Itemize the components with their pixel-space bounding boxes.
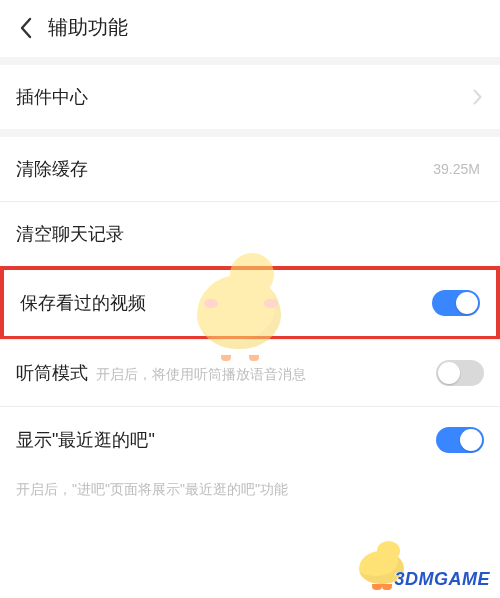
row-show-recent-bar[interactable]: 显示"最近逛的吧" [0,407,500,473]
row-label: 插件中心 [16,85,88,109]
row-label: 听筒模式 [16,361,88,385]
row-label: 清空聊天记录 [16,222,124,246]
row-label: 显示"最近逛的吧" [16,428,155,452]
mascot-icon [350,538,414,592]
highlight-box: 保存看过的视频 [0,266,500,340]
page-title: 辅助功能 [48,14,128,41]
row-plugin-center[interactable]: 插件中心 [0,65,500,129]
row-label: 保存看过的视频 [20,291,146,315]
header: 辅助功能 [0,0,500,57]
row-clear-chat[interactable]: 清空聊天记录 [0,202,500,266]
back-icon[interactable] [14,16,38,40]
row-sublabel: 开启后，将使用听筒播放语音消息 [96,366,306,384]
row-earpiece-mode[interactable]: 听筒模式 开启后，将使用听筒播放语音消息 [0,340,500,406]
section-divider [0,129,500,137]
toggle-recent-bar[interactable] [436,427,484,453]
cache-size: 39.25M [433,161,480,177]
chevron-right-icon [470,87,484,107]
row-label: 清除缓存 [16,157,88,181]
row-save-watched-video[interactable]: 保存看过的视频 [4,270,496,336]
watermark: 3DMGAME [394,569,490,590]
toggle-earpiece[interactable] [436,360,484,386]
section-divider [0,57,500,65]
toggle-save-video[interactable] [432,290,480,316]
row-clear-cache[interactable]: 清除缓存 39.25M [0,137,500,201]
row-description: 开启后，"进吧"页面将展示"最近逛的吧"功能 [0,473,500,515]
